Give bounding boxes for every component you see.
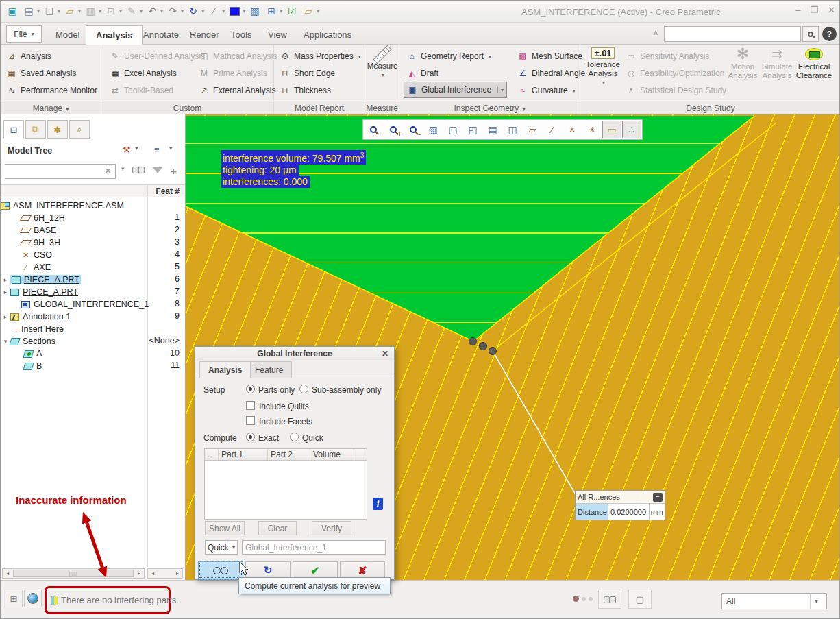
dropdown-arrow-icon[interactable]: ▾ <box>181 8 184 14</box>
quick-label[interactable]: Quick <box>302 433 323 443</box>
dialog-tab-analysis[interactable]: Analysis <box>199 361 251 378</box>
ribbon-item-mass-properties[interactable]: ⊙Mass Properties▾ <box>280 49 361 64</box>
electrical-clearance-button[interactable]: Electrical Clearance <box>794 46 834 101</box>
clear-button[interactable]: Clear <box>258 521 297 535</box>
ribbon-item-geometry-report[interactable]: ⌂Geometry Report▾ <box>406 49 491 64</box>
ribbon-item-thickness[interactable]: ⊔Thickness <box>280 83 331 98</box>
tree-search-icon[interactable] <box>132 165 145 175</box>
annotation-display-button[interactable]: ▭ <box>602 121 621 138</box>
selection-filter-dropdown[interactable]: All ▾ <box>721 593 827 609</box>
tab-view[interactable]: View <box>258 25 297 43</box>
tree-row-section-a[interactable]: A10 <box>1 348 185 360</box>
expander-icon[interactable]: ▸ <box>1 276 10 283</box>
quick-dropdown[interactable]: Quick▾ <box>205 540 238 555</box>
parts-only-label[interactable]: Parts only <box>258 385 295 395</box>
ribbon-item-analysis[interactable]: ⊿Analysis <box>6 49 51 64</box>
ribbon-item-draft[interactable]: ◭Draft <box>406 66 438 81</box>
dropdown-arrow-icon[interactable]: ▾ <box>140 8 143 14</box>
dropdown-arrow-icon[interactable]: ▾ <box>78 8 81 14</box>
exact-radio[interactable] <box>246 433 255 441</box>
dropdown-arrow-icon[interactable]: ▾ <box>222 8 225 14</box>
column-header-dot[interactable]: . <box>205 449 219 460</box>
appearance-color-icon[interactable] <box>227 3 242 19</box>
maximize-button[interactable]: ❐ <box>810 5 818 15</box>
open-last-session-icon[interactable]: ▱ <box>301 3 316 19</box>
tree-add-column-icon[interactable]: + <box>171 165 177 177</box>
tree-filter-icon[interactable] <box>153 165 162 175</box>
spin-center-button[interactable]: ∴ <box>622 121 641 138</box>
group-label-inspect-geometry[interactable]: Inspect Geometry ▾ <box>399 101 580 114</box>
command-search-input[interactable] <box>664 26 801 42</box>
view-manager-button[interactable]: ◫ <box>503 121 522 138</box>
tree-row-global-interference[interactable]: GLOBAL_INTERFERENCE_18 <box>1 298 185 311</box>
group-label-manage[interactable]: Manage ▾ <box>1 101 101 114</box>
new-file-icon[interactable]: ❏ <box>42 3 57 19</box>
tree-tab-folder-browser[interactable]: ⧉ <box>25 120 46 139</box>
close-button[interactable]: ✕ <box>828 5 835 15</box>
undo-icon[interactable]: ↶ <box>145 3 160 19</box>
clear-filter-icon[interactable]: ✕ <box>105 167 111 175</box>
include-facets-checkbox[interactable] <box>246 416 255 425</box>
tree-row-piece-a-selected[interactable]: ▸PIECE_A.PRT6 <box>1 274 185 286</box>
tree-tab-model-tree[interactable]: ⊟ <box>3 120 24 139</box>
tree-filter-input[interactable] <box>5 164 116 179</box>
tree-row-insert-here[interactable]: →Insert Here <box>1 323 185 335</box>
exact-label[interactable]: Exact <box>258 433 279 443</box>
scroll-left-icon[interactable]: ◂ <box>3 569 12 578</box>
dropdown-arrow-icon[interactable]: ▾ <box>169 145 173 151</box>
ribbon-item-curvature[interactable]: ≈Curvature▾ <box>517 83 576 98</box>
search-button[interactable] <box>802 26 819 42</box>
saved-orientations-button[interactable]: ◰ <box>463 121 482 138</box>
ribbon-collapse-icon[interactable]: ∧ <box>653 28 658 37</box>
web-browser-toggle-button[interactable] <box>24 590 42 607</box>
dropdown-arrow-icon[interactable]: ▾ <box>121 165 125 172</box>
include-quilts-checkbox[interactable] <box>246 401 255 410</box>
show-all-button[interactable]: Show All <box>205 521 245 535</box>
toolbar-overflow-icon[interactable]: ▾ <box>317 8 319 14</box>
column-header-volume[interactable]: Volume <box>310 449 354 460</box>
ribbon-item-dihedral-angle[interactable]: ∠Dihedral Angle <box>517 66 585 81</box>
measure-button[interactable]: Measure ▾ <box>367 45 398 101</box>
point-display-button[interactable]: ✕ <box>563 121 582 138</box>
measurement-result-box[interactable]: All R...ences− Distance 0.0200000 mm <box>575 490 665 520</box>
help-button[interactable]: ? <box>822 27 837 41</box>
model-tree-toggle-button[interactable]: ⊞ <box>5 590 23 607</box>
capture-button[interactable]: ▤ <box>483 121 502 138</box>
tree-row[interactable]: ∕AXE5 <box>1 261 185 274</box>
open-file-icon[interactable]: ▱ <box>62 3 77 19</box>
preview-button[interactable] <box>198 561 243 579</box>
tab-tools[interactable]: Tools <box>221 25 261 43</box>
zoom-in-button[interactable]: + <box>384 121 403 138</box>
ribbon-item-excel-analysis[interactable]: ▦Excel Analysis <box>110 66 177 81</box>
display-style-button[interactable]: ▢ <box>443 121 462 138</box>
tree-row[interactable]: 9H_3H3 <box>1 236 185 249</box>
tree-tab-favorites[interactable]: ✱ <box>47 120 68 139</box>
scroll-right-icon[interactable]: ▸ <box>134 569 144 578</box>
file-menu-button[interactable]: File▾ <box>6 25 42 43</box>
subassembly-only-label[interactable]: Sub-assembly only <box>312 385 381 395</box>
axis-display-button[interactable]: ∕ <box>543 121 562 138</box>
tree-row-assembly[interactable]: ASM_INTERFERENCE.ASM <box>1 199 185 212</box>
select-box-button[interactable]: ▢ <box>628 590 652 609</box>
dropdown-arrow-icon[interactable]: ▾ <box>119 8 122 14</box>
dropdown-arrow-icon[interactable]: ▾ <box>497 87 504 93</box>
dialog-tab-feature[interactable]: Feature <box>246 361 292 378</box>
analysis-name-input[interactable] <box>242 540 386 555</box>
include-quilts-label[interactable]: Include Quilts <box>259 402 309 411</box>
dialog-title-bar[interactable]: Global Interference✕ <box>195 347 394 361</box>
subassembly-only-radio[interactable] <box>299 385 308 393</box>
tree-tab-connections[interactable]: ⌕ <box>69 120 90 139</box>
collapse-icon[interactable]: − <box>653 493 663 502</box>
ribbon-item-saved-analysis[interactable]: ▦Saved Analysis <box>6 66 76 81</box>
dropdown-arrow-icon[interactable]: ▾ <box>280 8 282 14</box>
tree-row[interactable]: BASE2 <box>1 224 185 236</box>
regenerate-icon[interactable]: ↻ <box>186 3 201 19</box>
ribbon-item-performance-monitor[interactable]: ∿Performance Monitor <box>6 83 97 98</box>
ribbon-item-global-interference[interactable]: ▣Global Interference▾ <box>404 82 507 98</box>
windows-icon[interactable]: ⊞ <box>264 3 279 19</box>
csys-display-button[interactable]: ✳ <box>582 121 602 138</box>
expander-icon[interactable]: ▸ <box>1 289 10 295</box>
app-icon[interactable]: ▣ <box>5 3 20 19</box>
print-icon[interactable]: ⊡ <box>103 3 119 19</box>
tree-row-section-b[interactable]: B11 <box>1 360 185 372</box>
